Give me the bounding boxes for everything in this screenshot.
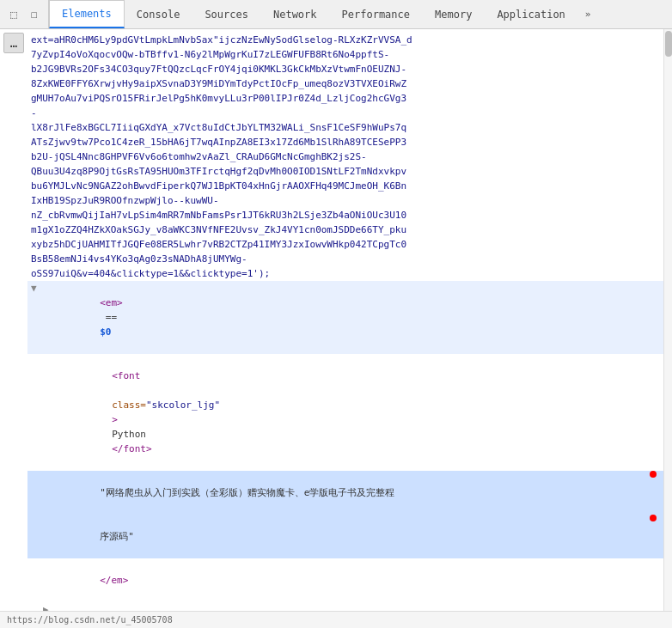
scrollbar-track[interactable] [663, 29, 672, 611]
status-text: https://blog.csdn.net/u_45005708 [7, 615, 173, 625]
tab-icon-group: ⬚ ☐ [0, 0, 49, 28]
url-line-text: ext=aHR0cHM6Ly9pdGVtLmpkLmNvbSax"ijczNzE… [31, 33, 657, 47]
code-line-chinese: "网络爬虫从入门到实践（全彩版）赠实物魔卡、e学版电子书及完整程 [27, 471, 663, 515]
box-icon[interactable]: ☐ [26, 6, 43, 23]
class-attr: class= [112, 399, 146, 411]
chinese-content: "网络爬虫从入门到实践（全彩版）赠实物魔卡、e学版电子书及完整程 [100, 487, 394, 498]
code-line-em-highlight[interactable]: ▼ <em> == $0 [27, 281, 663, 354]
url-line-text5: gMUH7oAu7viPQSrO15FRirJelPg5hK0mvyLLu3rP… [31, 91, 657, 106]
font-open-tag: <font [112, 370, 140, 381]
code-line-i: ▶ <i class="promo-words" id="J_AD_127371… [27, 602, 663, 611]
url-line-text16: BsB58emNJi4vs4YKo3qAg0z3sNADhA8jUMYWg- [31, 252, 657, 266]
cursor-icon[interactable]: ⬚ [5, 6, 22, 23]
code-line-url17: oSS97uiQ&v=404&clicktype=1&&clicktype=1'… [27, 266, 663, 281]
font-close-tag: </font> [112, 443, 151, 454]
tab-memory[interactable]: Memory [423, 0, 485, 28]
tab-bar: ⬚ ☐ Elements Console Sources Network Per… [0, 0, 672, 29]
url-line-text6: - [31, 106, 657, 120]
chinese-content2: 序源码" [100, 531, 134, 542]
code-line-url14: m1gX1oZZQ4HZkXOakSGJy_v8aWKC3NVfNFE2Uvsv… [27, 223, 663, 237]
expand-i[interactable]: ▶ [43, 602, 55, 611]
tab-more-button[interactable]: » [578, 0, 598, 28]
url-line-text4: 8ZxKWE0FFY6XrwjvHy9aipXSvnaD3Y9MiDYmTdyP… [31, 76, 657, 91]
code-line-url16: BsB58emNJi4vs4YKo3qAg0z3sNADhA8jUMYWg- [27, 252, 663, 266]
url-line-text7: lX8rJlFe8xBGCL7IiiqGXdYA_x7Vct8uIdCtJbYL… [31, 120, 657, 135]
code-panel[interactable]: ext=aHR0cHM6Ly9pdGVtLmpkLmNvbSax"ijczNzE… [27, 29, 663, 611]
code-line-url5: gMUH7oAu7viPQSrO15FRirJelPg5hK0mvyLLu3rP… [27, 91, 663, 106]
url-line-text2: 7yZvpI4oVoXqocvOQw-bTBffv1-N6y2lMpWgrKuI… [31, 47, 657, 62]
em-close-text: </em> [43, 558, 657, 602]
code-line-chinese2: 序源码" [27, 515, 663, 558]
expand-icon[interactable]: ▼ [31, 281, 43, 296]
code-line-url15: xybz5hDCjUAHMITfJGQFe08ER5Lwhr7vRB2CTZp4… [27, 237, 663, 252]
chinese-line-text2: 序源码" [43, 515, 646, 558]
status-bar: https://blog.csdn.net/u_45005708 [0, 611, 672, 628]
url-line-text3: b2JG9BVRs2OFs34CO3quy7FtQQzcLqcFrOY4jqi0… [31, 62, 657, 76]
code-line-url6: - [27, 106, 663, 120]
em-line-text: <em> == $0 [43, 281, 657, 354]
tab-elements[interactable]: Elements [49, 0, 125, 28]
python-text: Python [112, 429, 146, 440]
code-line-url9: b2U-jQSL4Nnc8GHPVF6Vv6o6tomhw2vAaZl_CRAu… [27, 149, 663, 164]
tab-application[interactable]: Application [485, 0, 577, 28]
url-line-text17: oSS97uiQ&v=404&clicktype=1&&clicktype=1'… [31, 266, 657, 281]
red-dot-marker2 [650, 515, 657, 521]
code-line-url2: 7yZvpI4oVoXqocvOQw-bTBffv1-N6y2lMpWgrKuI… [27, 47, 663, 62]
em-equals: == [100, 312, 123, 323]
tab-sources[interactable]: Sources [192, 0, 261, 28]
code-line-em-close: </em> [27, 558, 663, 602]
em-close-tag: </em> [100, 575, 128, 586]
font-close-bracket: > [112, 414, 118, 425]
url-line-text8: ATsZjwv9tw7Pco1C4zeR_15bHA6jT7wqAInpZA8E… [31, 135, 657, 149]
code-line-url3: b2JG9BVRs2OFs34CO3quy7FtQQzcLqcFrOY4jqi0… [27, 62, 663, 76]
scrollbar-thumb[interactable] [665, 31, 672, 57]
url-line-text13: nZ_cbRvmwQijIaH7vLpSim4mRR7mNbFamsPsr1JT… [31, 208, 657, 223]
code-line-url10: QBuu3U4zq8P9OjtGsRsTA95HUOm3TFIrctqHgf2q… [27, 164, 663, 179]
em-tag: <em> [100, 297, 123, 308]
code-line-font: <font class="skcolor_ljg" > Python </fon… [27, 354, 663, 471]
url-line-text12: IxHB19SpzJuR9ROOfnzwpWjlo--kuwWU- [31, 193, 657, 208]
code-line-url13: nZ_cbRvmwQijIaH7vLpSim4mRR7mNbFamsPsr1JT… [27, 208, 663, 223]
tab-console[interactable]: Console [125, 0, 193, 28]
red-dot-marker1 [650, 471, 657, 478]
code-line-url8: ATsZjwv9tw7Pco1C4zeR_15bHA6jT7wqAInpZA8E… [27, 135, 663, 149]
url-line-text15: xybz5hDCjUAHMITfJGQFe08ER5Lwhr7vRB2CTZp4… [31, 237, 657, 252]
url-line-text10: QBuu3U4zq8P9OjtGsRsTA95HUOm3TFIrctqHgf2q… [31, 164, 657, 179]
ellipsis-button[interactable]: … [3, 33, 24, 53]
chinese-line-text: "网络爬虫从入门到实践（全彩版）赠实物魔卡、e学版电子书及完整程 [43, 471, 646, 515]
class-val: "skcolor_ljg" [146, 399, 220, 411]
code-line-url11: bu6YMJLvNc9NGAZ2ohBwvdFiperkQ7WJ1BpKT04x… [27, 179, 663, 193]
url-line-text9: b2U-jQSL4Nnc8GHPVF6Vv6o6tomhw2vAaZl_CRAu… [31, 149, 657, 164]
code-line-url: ext=aHR0cHM6Ly9pdGVtLmpkLmNvbSax"ijczNzE… [27, 33, 663, 47]
font-line-text: <font class="skcolor_ljg" > Python </fon… [55, 354, 657, 471]
code-line-url12: IxHB19SpzJuR9ROOfnzwpWjlo--kuwWU- [27, 193, 663, 208]
em-dollar: $0 [100, 326, 111, 338]
url-line-text11: bu6YMJLvNc9NGAZ2ohBwvdFiperkQ7WJ1BpKT04x… [31, 179, 657, 193]
url-line-text14: m1gX1oZZQ4HZkXOakSGJy_v8aWKC3NVfNFE2Uvsv… [31, 223, 657, 237]
tab-network[interactable]: Network [261, 0, 330, 28]
main-area: … ext=aHR0cHM6Ly9pdGVtLmpkLmNvbSax"ijczN… [0, 29, 672, 611]
code-line-url7: lX8rJlFe8xBGCL7IiiqGXdYA_x7Vct8uIdCtJbYL… [27, 120, 663, 135]
tab-performance[interactable]: Performance [330, 0, 423, 28]
code-line-url4: 8ZxKWE0FFY6XrwjvHy9aipXSvnaD3Y9MiDYmTdyP… [27, 76, 663, 91]
code-content: ext=aHR0cHM6Ly9pdGVtLmpkLmNvbSax"ijczNzE… [27, 29, 663, 611]
i-line-text: <i class="promo-words" id="J_AD_12737107… [55, 602, 657, 611]
